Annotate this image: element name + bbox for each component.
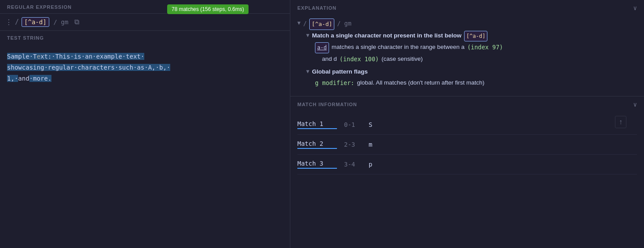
match-range-2: 2-3 bbox=[344, 141, 362, 148]
explanation-chevron[interactable]: ∨ bbox=[633, 4, 637, 11]
exp-pattern-row: ▼ / [^a-d] / gm bbox=[297, 19, 637, 30]
share-button[interactable]: ↑ bbox=[615, 116, 626, 128]
test-string-label: TEST STRING bbox=[0, 31, 290, 44]
exp-range-index-d: (index 100) bbox=[340, 54, 379, 64]
match-label-1: Match 1 bbox=[297, 120, 337, 129]
exp-global-bold: Global pattern flags bbox=[312, 67, 368, 77]
exp-global-arrow[interactable]: ▼ bbox=[306, 67, 309, 76]
match-value-1: S bbox=[369, 121, 372, 128]
exp-range-suffix: (case sensitive) bbox=[381, 54, 423, 64]
explanation-title-bar: EXPLANATION ∨ bbox=[290, 0, 644, 15]
explanation-label: EXPLANATION bbox=[297, 5, 337, 11]
match-info-chevron[interactable]: ∨ bbox=[633, 101, 637, 108]
exp-range-index-a: (index 97) bbox=[467, 42, 503, 52]
regex-pattern[interactable]: [^a-d] bbox=[22, 17, 49, 27]
match-label-2: Match 2 bbox=[297, 140, 337, 149]
exp-range-row2: and d (index 100) (case sensitive) bbox=[297, 54, 637, 64]
regex-flags: / gm bbox=[52, 19, 70, 26]
exp-range-row: a-d matches a single character in the ra… bbox=[297, 42, 637, 53]
match-item-1: Match 1 0-1 S bbox=[297, 115, 637, 135]
test-string-content[interactable]: Sample·Text:·This·is·an·example·text· sh… bbox=[0, 44, 290, 248]
match-info-body: ↑ Match 1 0-1 S Match 2 2-3 m Match 3 3-… bbox=[290, 111, 644, 248]
left-slash: / bbox=[15, 18, 19, 26]
match-info-label: MATCH INFORMATION bbox=[297, 102, 357, 107]
explanation-body: ▼ / [^a-d] / gm ▼ Match a single charact… bbox=[290, 15, 644, 96]
match-value-3: p bbox=[369, 161, 372, 168]
test-string-section: TEST STRING Sample·Text:·This·is·an·exam… bbox=[0, 31, 290, 248]
matches-badge: 78 matches (156 steps, 0.6ms) bbox=[167, 4, 249, 14]
exp-global-detail: g modifier: global. All matches (don't r… bbox=[297, 78, 637, 88]
left-panel: REGULAR EXPRESSION 78 matches (156 steps… bbox=[0, 0, 290, 248]
exp-range-middle: matches a single character in the range … bbox=[332, 42, 465, 52]
exp-global-row: ▼ Global pattern flags bbox=[297, 67, 637, 77]
match-range-3: 3-4 bbox=[344, 161, 362, 168]
exp-collapse-arrow[interactable]: ▼ bbox=[297, 19, 300, 27]
match-info-section: MATCH INFORMATION ∨ ↑ Match 1 0-1 S Matc… bbox=[290, 96, 644, 248]
match-info-title-bar: MATCH INFORMATION ∨ bbox=[290, 96, 644, 111]
match-label-3: Match 3 bbox=[297, 160, 337, 169]
exp-match-pattern: [^a-d] bbox=[464, 31, 487, 41]
match-value-2: m bbox=[369, 141, 372, 148]
test-string-line-2: showcasing·regular·characters·such·as·A,… bbox=[7, 62, 283, 73]
match-item-3: Match 3 3-4 p bbox=[297, 155, 637, 174]
test-string-line-1: Sample·Text:·This·is·an·example·text· bbox=[7, 51, 283, 62]
and-text: and bbox=[18, 75, 29, 82]
explanation-section: EXPLANATION ∨ ▼ / [^a-d] / gm ▼ Match a … bbox=[290, 0, 644, 96]
match-item-2: Match 2 2-3 m bbox=[297, 135, 637, 155]
exp-sub-arrow[interactable]: ▼ bbox=[306, 31, 309, 40]
right-panel: EXPLANATION ∨ ▼ / [^a-d] / gm ▼ Match a … bbox=[290, 0, 644, 248]
copy-button[interactable]: ⧉ bbox=[73, 17, 81, 27]
regex-dots[interactable]: ⋮ bbox=[5, 18, 12, 26]
exp-match-row: ▼ Match a single character not present i… bbox=[297, 31, 637, 41]
match-range-1: 0-1 bbox=[344, 121, 362, 128]
exp-flags: / gm bbox=[337, 19, 351, 29]
exp-match-bold: Match a single character not present in … bbox=[312, 31, 461, 41]
exp-main-pattern: [^a-d] bbox=[309, 19, 334, 30]
exp-slash-left: / bbox=[303, 19, 307, 29]
regex-bar: ⋮ / [^a-d] / gm ⧉ bbox=[0, 14, 290, 31]
exp-global-code: g modifier: bbox=[315, 78, 354, 88]
exp-range-pattern: a-d bbox=[315, 42, 329, 53]
exp-range-and: and d bbox=[322, 54, 337, 64]
exp-global-text: global. All matches (don't return after … bbox=[357, 78, 484, 88]
test-string-line-3: 1,·and·more. bbox=[7, 73, 283, 84]
